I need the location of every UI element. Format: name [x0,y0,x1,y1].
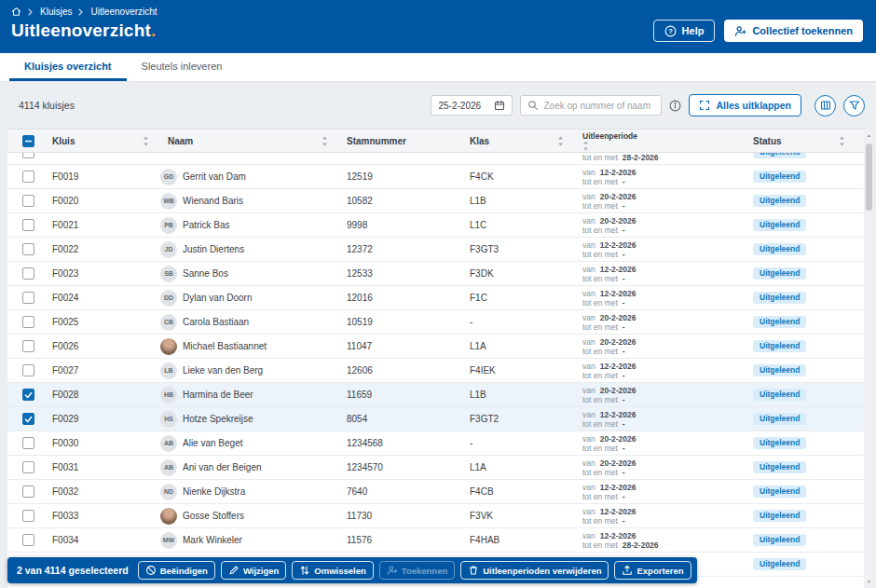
calendar-icon[interactable] [494,100,505,111]
table-row[interactable]: F0034MWMark Winkeler11576F4HABvan12-2-20… [7,528,864,553]
row-checkbox[interactable] [22,267,34,280]
uitleenperioden-verwijderen-button[interactable]: Uitleenperioden verwijderen [460,561,609,580]
toekennen-button[interactable]: Toekennen [379,561,455,580]
table-row[interactable]: F0023SBSanne Bos12533F3DKvan12-2-2026tot… [7,262,864,286]
uitleenperiode-cell: van12-2-2026tot en met28-2-2026 [575,528,746,552]
table-row[interactable]: F0030ABAlie van Beget1234568-van20-2-202… [7,431,864,456]
sort-icon[interactable] [582,141,589,151]
table-row[interactable]: F0019GDGerrit van Dam12519F4CKvan12-2-20… [7,165,864,189]
row-checkbox[interactable] [22,389,34,401]
status-cell: Uitgeleend [746,262,856,285]
vertical-scrollbar[interactable]: ▲ ▼ [865,130,873,586]
row-checkbox[interactable] [22,485,34,498]
avatar-initials: DD [160,290,177,307]
avatar-initials: WB [160,193,177,210]
kluis-cell: F0025 [45,310,160,334]
scrollbar-thumb[interactable] [866,144,872,211]
action-buttons: BeëindigenWijzigenOmwisselenToekennenUit… [138,561,691,580]
search-field[interactable] [520,95,662,116]
close-button[interactable]: × [697,564,708,577]
column-header-naam[interactable]: Naam [160,130,339,152]
search-icon [527,100,539,111]
wijzigen-button[interactable]: Wijzigen [221,561,286,580]
table-row[interactable]: F0026Michael Bastiaannet11047L1Avan20-2-… [7,335,864,359]
collectief-toekennen-button[interactable]: Collectief toekennen [724,20,863,42]
naam-text: Harmina de Beer [183,390,253,400]
row-checkbox[interactable] [22,364,34,376]
row-checkbox[interactable] [22,510,34,522]
sort-icon[interactable] [839,136,845,146]
table-row[interactable]: F0029HSHotze Spekreijse8054F3GT2van12-2-… [7,407,864,431]
row-checkbox[interactable] [22,171,34,183]
column-header-status[interactable]: Status [746,130,856,152]
columns-button[interactable] [814,95,836,116]
tab-kluisjes-overzicht[interactable]: Kluisjes overzicht [9,53,127,81]
row-checkbox[interactable] [22,316,34,328]
column-header-uitleenperiode[interactable]: Uitleenperiode [575,130,746,152]
breadcrumb-kluisjes[interactable]: Kluisjes [40,7,72,17]
column-header-klas[interactable]: Klas [462,130,575,152]
klas-cell: F4HAB [462,528,575,552]
row-checkbox[interactable] [22,534,34,546]
naam-cell: ABAlie van Beget [160,431,339,455]
kluis-cell: F0034 [45,528,160,552]
stamnummer-cell: 1234568 [339,431,462,455]
table-row[interactable]: F0027LBLieke van den Berg12606F4IEKvan12… [7,359,864,383]
date-input[interactable]: 25-2-2026 [431,95,513,116]
info-icon[interactable] [669,100,681,112]
person-add-icon [387,565,398,576]
action-button-label: Toekennen [402,566,447,576]
row-checkbox[interactable] [22,153,34,158]
column-header-kluis[interactable]: Kluis [45,130,160,152]
row-checkbox[interactable] [22,461,34,473]
beeindigen-button[interactable]: Beëindigen [138,561,215,580]
alles-uitklappen-button[interactable]: Alles uitklappen [689,94,801,116]
table-row[interactable]: F0032NDNienke Dijkstra7640F4CBvan12-2-20… [7,480,864,504]
avatar-photo [160,508,177,525]
select-all-checkbox[interactable] [22,135,34,147]
row-checkbox[interactable] [22,195,34,207]
status-badge: Uitgeleend [753,413,806,426]
status-cell: Uitgeleend [746,165,856,188]
search-input[interactable] [543,101,654,111]
table-row[interactable]: F0022JDJustin Diertens12372F3GT3van12-2-… [7,238,864,262]
kluis-cell: F0030 [45,431,160,455]
filter-button[interactable] [843,95,865,116]
row-checkbox[interactable] [22,219,34,231]
table-row[interactable]: F0028HBHarmina de Beer11659L1Bvan20-2-20… [7,383,864,407]
table-row[interactable]: vantot en met28-2-2026Uitgeleend [7,153,864,165]
chevron-right-icon [28,8,34,16]
status-badge: Uitgeleend [753,461,806,474]
table-row[interactable]: F0020WBWienand Baris10582L1Bvan20-2-2026… [7,189,864,213]
table-row[interactable]: F0033Gosse Stoffers11730F3VKvan12-2-2026… [7,504,864,528]
sort-icon[interactable] [557,136,564,146]
breadcrumb-uitleenoverzicht[interactable]: Uitleenoverzicht [90,7,157,17]
table-row[interactable]: F0021PBPatrick Bas9998L1Cvan20-2-2026tot… [7,213,864,238]
table-header-row: Kluis Naam Stamnummer Klas Uitleenperiod… [7,129,864,153]
row-checkbox[interactable] [22,243,34,255]
row-checkbox[interactable] [22,437,34,449]
table-row[interactable]: F0024DDDylan van Doorn12016F1Cvan12-2-20… [7,286,864,310]
checkbox-cell [7,153,45,164]
row-checkbox[interactable] [22,340,34,352]
sort-icon[interactable] [143,136,149,146]
checkbox-cell [7,286,45,309]
table-row[interactable]: F0025CBCarola Bastiaan10519-van20-2-2026… [7,310,864,335]
home-icon[interactable] [11,7,21,17]
scroll-down-icon[interactable]: ▼ [865,577,873,586]
scroll-up-icon[interactable]: ▲ [865,130,873,140]
omwisselen-button[interactable]: Omwisselen [292,561,373,580]
row-checkbox[interactable] [22,413,34,425]
column-header-stamnummer[interactable]: Stamnummer [339,130,462,152]
row-checkbox[interactable] [22,292,34,304]
sort-icon[interactable] [322,136,328,146]
uitleenperiode-cell: van20-2-2026tot en met- [575,431,746,455]
stamnummer-cell: 8054 [339,407,462,431]
help-button[interactable]: ? Help [653,20,716,42]
naam-cell: WBWienand Baris [160,189,339,212]
column-label: Klas [470,136,489,146]
exporteren-button[interactable]: Exporteren [614,561,691,580]
tab-sleutels-inleveren[interactable]: Sleutels inleveren [127,53,238,81]
table-row[interactable]: F0031ABAni van der Beigen1234570L1Avan20… [7,456,864,480]
klas-cell [462,153,575,164]
